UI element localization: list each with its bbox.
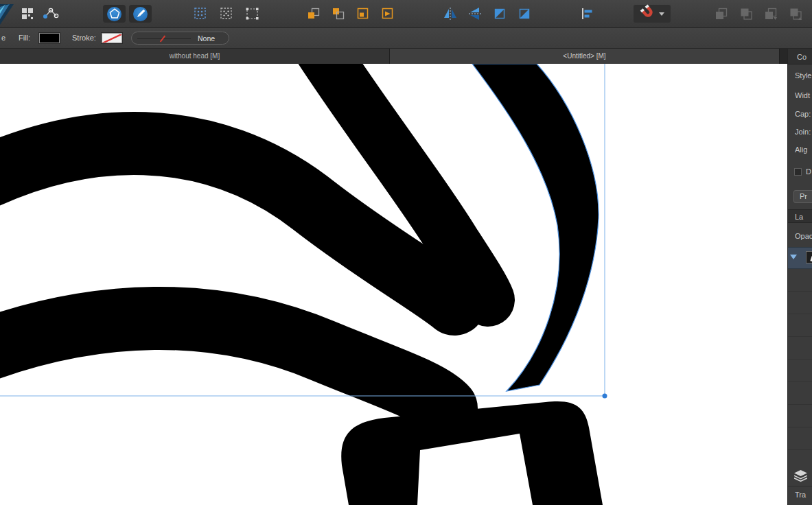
right-panel: Co Style Widt Cap: Join: Alig D Pr La Op… <box>787 49 812 505</box>
stroke-label: Stroke: <box>72 34 96 42</box>
arrange-icon-1[interactable] <box>714 6 729 21</box>
expand-triangle-icon[interactable] <box>790 255 797 259</box>
marquee-dots-icon[interactable] <box>219 6 234 21</box>
layer-row-selected[interactable] <box>788 247 812 269</box>
panel-tab-label: Co <box>788 53 807 61</box>
snapping-dropdown-caret[interactable] <box>659 12 664 16</box>
tab-untitled[interactable]: <Untitled> [M] <box>390 49 780 64</box>
app-logo-icon <box>0 4 16 25</box>
selected-blade-shape[interactable] <box>472 64 599 391</box>
context-toolbar: e Fill: Stroke: None <box>0 28 812 49</box>
pentagon-tool-button[interactable] <box>103 5 126 23</box>
arrange-icon-3[interactable] <box>763 6 778 21</box>
document-tabbar: without head [M] <Untitled> [M] <box>0 49 787 64</box>
snapping-button[interactable] <box>634 5 671 23</box>
dash-label: D <box>806 167 811 176</box>
layer-row[interactable] <box>788 291 812 314</box>
layer-row[interactable] <box>788 381 812 405</box>
tab-without-head[interactable]: without head [M] <box>0 49 390 64</box>
dash-checkbox[interactable] <box>794 168 802 176</box>
arrange-icon-2[interactable] <box>739 6 754 21</box>
slider-track <box>137 38 191 39</box>
stroke-join-label: Join: <box>795 128 811 136</box>
artwork-svg <box>0 64 787 505</box>
align-icon[interactable] <box>580 6 594 21</box>
flip-horizontal-icon[interactable] <box>443 6 458 21</box>
layer-row[interactable] <box>788 268 812 292</box>
insert-inside-icon[interactable] <box>356 6 371 21</box>
tool-label-fragment: e <box>1 34 5 42</box>
none-slash-icon <box>102 34 121 43</box>
layers-header-label: La <box>788 211 803 223</box>
fill-swatch[interactable] <box>39 33 60 43</box>
properties-button[interactable]: Pr <box>793 190 812 203</box>
rotate-ccw-icon[interactable] <box>492 6 507 21</box>
canvas-viewport[interactable] <box>0 64 787 505</box>
layer-thumbnail <box>806 251 812 263</box>
tabbar-filler <box>780 49 787 64</box>
stroke-swatch[interactable] <box>102 33 122 43</box>
fill-label: Fill: <box>19 34 30 42</box>
node-editor-icon[interactable] <box>42 6 60 21</box>
stroke-cap-label: Cap: <box>795 110 811 118</box>
insert-behind-icon[interactable] <box>306 6 321 21</box>
tab-label: <Untitled> [M] <box>563 52 605 60</box>
opacity-label: Opac <box>795 232 812 240</box>
top-toolbar <box>0 0 812 28</box>
vector-brush-tool-button[interactable] <box>129 5 152 23</box>
pencil-icon <box>133 7 148 21</box>
layer-row[interactable] <box>788 404 812 427</box>
artwork-rounded-link[interactable] <box>341 401 603 505</box>
pentagon-icon <box>107 7 121 21</box>
stroke-width-value: None <box>198 34 215 43</box>
layers-panel-header[interactable]: La <box>788 209 812 223</box>
arrange-icon-4[interactable] <box>788 6 803 21</box>
insert-at-end-icon[interactable] <box>380 6 395 21</box>
selection-marquee-icon[interactable] <box>193 6 208 21</box>
transform-handles-icon[interactable] <box>244 6 261 21</box>
stroke-width-label: Widt <box>795 91 810 99</box>
stroke-width-slider[interactable]: None <box>131 32 229 45</box>
layer-row[interactable] <box>788 336 812 360</box>
grid-icon[interactable] <box>20 6 35 21</box>
transform-label: Tra <box>795 491 806 499</box>
layer-row[interactable] <box>788 359 812 382</box>
flip-vertical-icon[interactable] <box>467 6 483 21</box>
panel-tab-colour[interactable]: Co <box>788 49 812 64</box>
tab-label: without head [M] <box>170 52 220 60</box>
selection-corner-handle[interactable] <box>603 394 607 399</box>
snapping-magnet-icon <box>640 4 656 23</box>
panel-divider <box>788 486 812 486</box>
layer-row[interactable] <box>788 427 812 450</box>
rotate-cw-icon[interactable] <box>517 6 532 21</box>
stroke-align-label: Alig <box>795 145 807 154</box>
insert-in-front-icon[interactable] <box>331 6 346 21</box>
layer-row[interactable] <box>788 314 812 337</box>
artwork-arc-lower-left[interactable] <box>0 318 446 408</box>
layers-stack-icon[interactable] <box>794 470 807 484</box>
stroke-style-label: Style <box>795 71 811 80</box>
